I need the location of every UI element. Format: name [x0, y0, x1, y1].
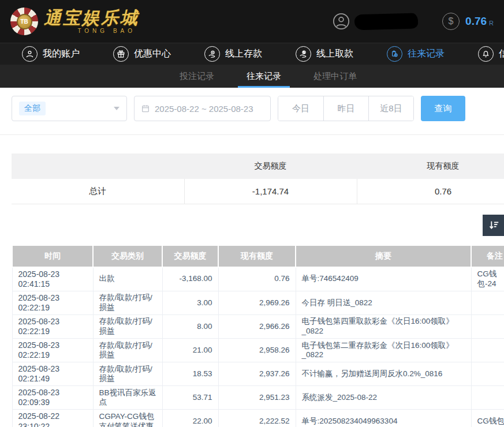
col-note: 备注 [471, 245, 504, 267]
cell-summary: 系统派发_2025-08-22 [296, 386, 471, 410]
nav-label: 线上取款 [316, 48, 353, 60]
balance-currency: R [489, 20, 494, 27]
cell-summary: 不计输赢，另加赠送周周反水0.2%_0816 [296, 362, 471, 386]
nav-item-my-account[interactable]: 我的账户 [22, 46, 80, 62]
table-row: 2025-08-23 02:22:19 存款/取款/打码/损益 21.00 2,… [12, 338, 504, 362]
cell-note [471, 338, 504, 362]
nav-label: 我的账户 [43, 48, 80, 60]
cell-amount: -3,168.00 [162, 267, 218, 291]
cell-amount: 3.00 [162, 291, 218, 314]
withdraw-icon [296, 46, 311, 62]
cell-time: 2025-08-23 02:22:19 [12, 291, 93, 314]
site-logo[interactable]: TB 通宝娱乐城 TONG BAO [10, 8, 139, 35]
table-row: 2025-08-23 02:21:49 存款/取款/打码/损益 18.53 2,… [12, 362, 504, 386]
filter-bar: 全部 2025-08-22 ~ 2025-08-23 今日 昨日 近8日 查询 [12, 96, 492, 121]
cell-amount: 18.53 [162, 362, 218, 386]
cell-type: 存款/取款/打码/损益 [93, 314, 162, 338]
tab-pending-orders[interactable]: 处理中订单 [305, 65, 365, 88]
cell-note [471, 291, 504, 314]
cell-amount: 21.00 [162, 338, 218, 362]
cell-time: 2025-08-22 23:10:22 [12, 410, 93, 427]
cell-amount: 22.00 [162, 410, 218, 427]
col-time: 时间 [12, 245, 93, 267]
nav-item-promotions[interactable]: 优惠中心 [113, 46, 171, 62]
cell-balance: 2,969.26 [218, 291, 296, 314]
balance-display[interactable]: $ 0.76 R [442, 13, 494, 30]
sort-descending-icon [487, 219, 500, 231]
cell-balance: 2,222.52 [218, 410, 296, 427]
tab-bet-records[interactable]: 投注记录 [171, 65, 223, 88]
yesterday-button[interactable]: 昨日 [323, 96, 368, 121]
table-header-row: 时间 交易类别 交易额度 现有额度 摘要 备注 [12, 245, 504, 267]
cell-type: CGPAY-CG钱包支付笔笔送优惠 [93, 410, 162, 427]
last8days-button[interactable]: 近8日 [368, 96, 413, 121]
cell-note [471, 314, 504, 338]
user-avatar-icon[interactable] [333, 13, 350, 30]
cell-amount: 53.71 [162, 386, 218, 410]
top-header: TB 通宝娱乐城 TONG BAO $ 0.76 R [0, 0, 504, 43]
cell-type: BB视讯百家乐返点 [93, 386, 162, 410]
type-select[interactable]: 全部 [12, 96, 127, 121]
nav-item-records[interactable]: 往来记录 [387, 46, 445, 62]
table-row: 2025-08-23 02:09:39 BB视讯百家乐返点 53.71 2,95… [12, 386, 504, 410]
date-range-value: 2025-08-22 ~ 2025-08-23 [155, 104, 253, 114]
deposit-icon [204, 46, 220, 62]
col-balance: 现有额度 [218, 245, 296, 267]
tab-transaction-records[interactable]: 往来记录 [238, 65, 290, 88]
nav-label: 线上存款 [225, 48, 262, 60]
today-button[interactable]: 今日 [278, 96, 323, 121]
sort-descending-button[interactable] [483, 215, 504, 236]
cell-summary: 电子钱包第二重存款彩金《次日16:00领取》_0822 [296, 338, 471, 362]
cell-summary: 今日存 明日送_0822 [296, 291, 471, 314]
gift-icon [113, 46, 129, 62]
nav-label: 往来记录 [408, 48, 445, 60]
cell-amount: 8.00 [162, 314, 218, 338]
summary-total-row: 总计 -1,174.74 0.76 [12, 179, 504, 204]
quick-date-group: 今日 昨日 近8日 [278, 96, 414, 121]
poker-chip-icon: TB [10, 8, 38, 35]
user-circle-icon [22, 46, 38, 62]
col-summary: 摘要 [296, 245, 471, 267]
cell-type: 存款/取款/打码/损益 [93, 338, 162, 362]
cell-type: 存款/取款/打码/损益 [93, 362, 162, 386]
cell-summary: 电子钱包第四重取款彩金《次日16:00领取》_0822 [296, 314, 471, 338]
cell-time: 2025-08-23 02:22:19 [12, 314, 93, 338]
site-title: 通宝娱乐城 [44, 9, 139, 27]
summary-header-blank [12, 153, 184, 179]
cell-balance: 2,966.26 [218, 314, 296, 338]
cell-type: 出款 [93, 267, 162, 291]
summary-table: 交易额度 现有额度 总计 -1,174.74 0.76 [12, 153, 504, 204]
date-range-picker[interactable]: 2025-08-22 ~ 2025-08-23 [134, 96, 271, 121]
summary-section: 交易额度 现有额度 总计 -1,174.74 0.76 [12, 153, 504, 204]
records-table: 时间 交易类别 交易额度 现有额度 摘要 备注 2025-08-23 02:41… [12, 245, 504, 427]
main-nav: 我的账户 优惠中心 线上存款 线上取款 [0, 43, 504, 65]
username-redacted [354, 13, 419, 30]
nav-item-deposit[interactable]: 线上存款 [204, 46, 262, 62]
nav-label: 信息公告 [499, 48, 504, 60]
cell-type: 存款/取款/打码/损益 [93, 291, 162, 314]
cell-summary: 单号:746542409 [296, 267, 471, 291]
cell-time: 2025-08-23 02:22:19 [12, 338, 93, 362]
records-icon [387, 46, 402, 62]
dollar-icon: $ [442, 13, 460, 30]
nav-item-withdraw[interactable]: 线上取款 [296, 46, 353, 62]
nav-item-announcements[interactable]: 信息公告 [478, 46, 504, 62]
table-row: 2025-08-23 02:22:19 存款/取款/打码/损益 3.00 2,9… [12, 291, 504, 314]
summary-header-transaction: 交易额度 [184, 153, 357, 179]
search-button[interactable]: 查询 [421, 96, 465, 121]
table-row: 2025-08-23 02:22:19 存款/取款/打码/损益 8.00 2,9… [12, 314, 504, 338]
cell-note [471, 362, 504, 386]
table-row: 2025-08-23 02:41:15 出款 -3,168.00 0.76 单号… [12, 267, 504, 291]
bell-icon [478, 46, 494, 62]
type-select-value: 全部 [19, 102, 46, 115]
table-row: 2025-08-22 23:10:22 CGPAY-CG钱包支付笔笔送优惠 22… [12, 410, 504, 427]
cell-time: 2025-08-23 02:09:39 [12, 386, 93, 410]
col-amount: 交易额度 [162, 245, 218, 267]
cell-note: CG钱包 [471, 410, 504, 427]
summary-total-label: 总计 [12, 179, 184, 204]
cell-time: 2025-08-23 02:21:49 [12, 362, 93, 386]
calendar-icon [141, 104, 150, 113]
summary-transaction-total: -1,174.74 [184, 179, 357, 204]
balance-amount: 0.76 [465, 15, 487, 28]
col-type: 交易类别 [93, 245, 162, 267]
